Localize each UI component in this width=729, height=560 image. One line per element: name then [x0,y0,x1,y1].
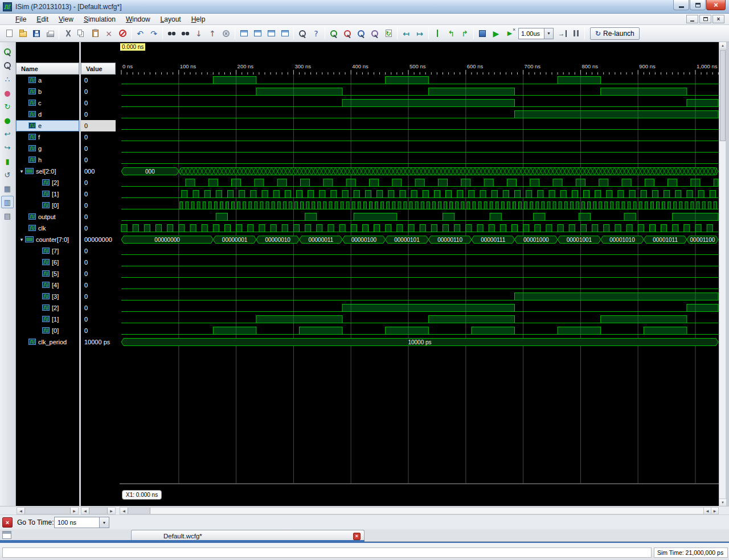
cascade-button[interactable] [278,27,292,40]
pause-button[interactable] [569,27,583,40]
goto-time-combo[interactable]: 100 ns ▼ [54,517,109,528]
collapse-icon[interactable]: ▼ [19,237,24,242]
sim-time-combo[interactable]: 1.00us▼ [518,28,554,39]
signal-row-0[interactable]: [0] [16,325,79,336]
wave-c[interactable] [121,100,718,107]
zoom-to-cursor-button[interactable] [368,27,382,40]
zoom-area-button[interactable] [296,27,309,40]
menu-help[interactable]: Help [186,14,211,24]
zoom-full-button[interactable] [354,27,368,40]
next-transition-button[interactable]: ↦ [413,27,427,40]
goto-time-input[interactable]: 100 ns [54,517,100,528]
scroll-left-icon[interactable]: ◀ [81,508,89,514]
collapse-icon[interactable]: ▼ [19,169,24,174]
name-scrollbar[interactable]: ◀ ▶ [17,507,79,514]
wave-sel-0[interactable] [121,202,718,209]
wave-clk-period[interactable]: 10000 ps [121,339,718,346]
new-button[interactable] [2,27,16,40]
print-button[interactable] [43,27,57,40]
run-for-button[interactable]: ▶ [503,27,517,40]
wave-window-button[interactable]: ▥ [1,196,14,208]
wave-counter-2[interactable] [121,304,718,312]
scroll-down-icon[interactable]: ▼ [719,499,726,506]
stop-button[interactable] [116,27,129,40]
undo-view-button[interactable]: ↺ [1,168,14,181]
signal-row-5[interactable]: [5] [16,268,79,279]
menu-edit[interactable]: Edit [31,14,54,24]
run-sim-button[interactable]: ● [1,114,14,126]
maximize-button[interactable] [690,0,706,10]
mdi-minimize-button[interactable] [686,15,698,23]
tile-horizontal-button[interactable] [251,27,264,40]
tile-vertical-button[interactable] [264,27,278,40]
menu-view[interactable]: View [54,14,79,24]
markers-button[interactable]: ∴ [1,73,14,85]
wave-scroll-thumb[interactable] [128,508,150,514]
zoom-drag-button[interactable] [1,46,14,58]
time-ruler[interactable]: 0 ns100 ns200 ns300 ns400 ns500 ns600 ns… [120,63,719,75]
scroll-right-icon[interactable]: ▶ [71,508,78,514]
redo-button[interactable]: ↷ [147,27,161,40]
wave-d[interactable] [121,111,718,118]
signal-row-d[interactable]: d [16,109,79,120]
signal-row-3[interactable]: [3] [16,291,79,302]
signal-row-h[interactable]: h [16,154,79,166]
wave-counter-0[interactable] [121,327,718,335]
breakpoint-button[interactable]: ● [1,87,14,99]
reload-button[interactable] [382,27,395,40]
restart-sim-button[interactable]: ↻ [1,100,14,113]
wave-counter-7-0[interactable]: 0000000000000001000000100000001100000100… [121,236,718,244]
add-marker-button[interactable] [431,27,444,40]
waveform-panel[interactable]: 0.000 ns 0 ns100 ns200 ns300 ns400 ns500… [120,42,719,506]
menu-layout[interactable]: Layout [155,14,186,24]
find-button[interactable] [165,27,178,40]
scroll-left-icon[interactable]: ◀ [120,508,128,514]
signal-row-clk[interactable]: clk [16,223,79,234]
restart-button[interactable] [476,27,489,40]
signal-row-e[interactable]: e [16,120,79,131]
wave-counter-3[interactable] [121,293,718,300]
signal-row-2[interactable]: [2] [16,177,79,188]
prev-transition-button[interactable]: ↤ [399,27,413,40]
signal-row-0[interactable]: [0] [16,200,79,211]
step-return-button[interactable]: ↩ [1,127,14,140]
save-button[interactable] [30,27,43,40]
zoom-in-button[interactable] [327,27,341,40]
clear-find-button[interactable] [219,27,233,40]
zoom-out-button[interactable] [341,27,354,40]
relaunch-button[interactable]: ↻Re-launch [590,27,640,40]
scroll-left2-icon[interactable]: ◀ [703,508,711,514]
add-divider-button[interactable]: ▮ [1,155,14,167]
value-scroll-thumb[interactable] [89,508,108,514]
scroll-left-icon[interactable]: ◀ [17,508,24,514]
scroll-right-icon[interactable]: ▶ [108,508,115,514]
wave-output[interactable] [121,213,718,221]
signal-row-1[interactable]: [1] [16,188,79,200]
find-next-button[interactable]: ↓ [192,27,206,40]
vertical-scrollbar[interactable]: ▲ ▼ [719,42,726,506]
whats-this-button[interactable]: ? [309,27,323,40]
new-window-button[interactable] [237,27,251,40]
paste-button[interactable] [88,27,102,40]
value-scrollbar[interactable]: ◀ ▶ [81,507,116,514]
menu-window[interactable]: Window [121,14,155,24]
vertical-scroll-thumb[interactable] [720,50,726,141]
goto-time-dropdown-icon[interactable]: ▼ [100,517,109,528]
tab-close-icon[interactable]: × [353,533,361,540]
scroll-right-icon[interactable]: ▶ [711,508,718,514]
close-button[interactable]: × [706,0,726,10]
open-button[interactable] [16,27,30,40]
signal-row-counter-7-0[interactable]: ▼counter[7:0] [16,234,79,245]
minimize-button[interactable] [673,0,689,10]
step-over-button[interactable]: ↪ [1,141,14,154]
zoom-select-button[interactable] [1,59,14,72]
signal-row-a[interactable]: a [16,75,79,86]
wave-sel-1[interactable] [121,191,718,198]
mdi-close-button[interactable]: × [712,15,724,23]
signal-row-7[interactable]: [7] [16,245,79,257]
objects-window-button[interactable]: ▤ [1,209,14,222]
signal-row-c[interactable]: c [16,97,79,109]
signal-row-2[interactable]: [2] [16,302,79,314]
wave-b[interactable] [121,88,718,96]
mdi-restore-button[interactable] [699,15,711,23]
